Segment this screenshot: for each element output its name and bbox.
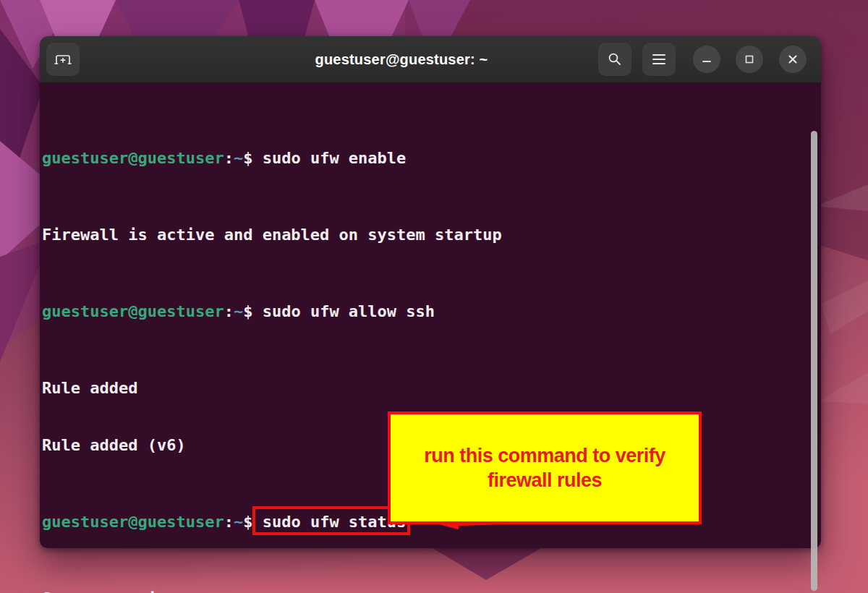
prompt-line: guestuser@guestuser:~$ sudo ufw enable [42,149,809,168]
command-text: sudo ufw status [252,513,406,531]
menu-button[interactable] [642,43,676,76]
terminal-headerbar: guestuser@guestuser: ~ [40,36,821,83]
window-title: guestuser@guestuser: ~ [213,36,590,82]
maximize-button[interactable] [736,46,763,73]
output-line: Firewall is active and enabled on system… [42,226,809,245]
new-tab-button[interactable] [46,43,80,76]
hamburger-menu-icon [652,54,665,64]
terminal-window: guestuser@guestuser: ~ [40,36,821,548]
annotation-note-line2: firewall rules [488,468,602,492]
minimize-icon [702,54,712,64]
prompt-line: guestuser@guestuser:~$ sudo ufw allow ss… [42,302,809,322]
command-text: sudo ufw enable [252,149,406,167]
annotation-note-line1: run this command to verify [424,443,665,468]
desktop-wallpaper: guestuser@guestuser: ~ [0,0,868,593]
scrollbar-thumb[interactable] [811,131,817,591]
output-line: Rule added [42,379,809,398]
annotation-note: run this command to verify firewall rule… [388,411,702,524]
maximize-icon [744,54,754,64]
search-icon [607,51,623,67]
output-line: Status: active [42,589,809,593]
minimize-button[interactable] [693,46,720,73]
close-icon [788,54,798,64]
search-button[interactable] [598,43,631,76]
new-tab-icon [54,52,72,67]
close-button[interactable] [779,46,807,73]
command-text: sudo ufw allow ssh [252,302,435,320]
